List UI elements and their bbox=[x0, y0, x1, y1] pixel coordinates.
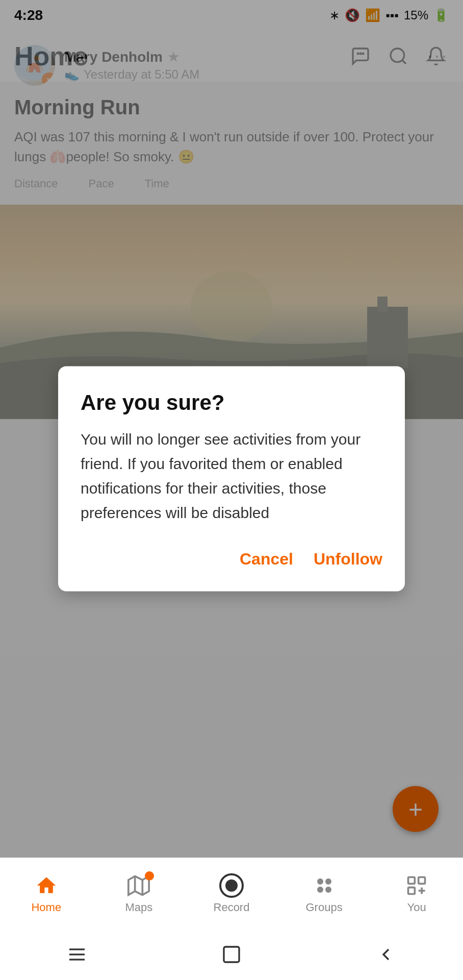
svg-point-16 bbox=[317, 878, 323, 885]
svg-point-15 bbox=[225, 879, 238, 892]
maps-badge bbox=[145, 871, 154, 880]
groups-icon bbox=[312, 873, 337, 898]
svg-rect-22 bbox=[419, 877, 425, 884]
svg-point-17 bbox=[325, 878, 331, 885]
svg-rect-20 bbox=[408, 877, 415, 884]
dialog-body: You will no longer see activities from y… bbox=[81, 427, 382, 525]
nav-label-record: Record bbox=[214, 901, 250, 914]
svg-rect-21 bbox=[408, 887, 415, 894]
nav-item-you[interactable]: You bbox=[370, 868, 463, 919]
system-navigation bbox=[0, 929, 463, 980]
back-button[interactable] bbox=[371, 939, 401, 970]
dialog-title: Are you sure? bbox=[81, 390, 382, 415]
nav-label-maps: Maps bbox=[125, 901, 152, 914]
unfollow-button[interactable]: Unfollow bbox=[314, 546, 382, 573]
recents-button[interactable] bbox=[62, 939, 92, 970]
svg-point-19 bbox=[325, 887, 331, 893]
nav-label-groups: Groups bbox=[306, 901, 343, 914]
nav-item-record[interactable]: Record bbox=[185, 868, 278, 919]
nav-label-home: Home bbox=[31, 901, 61, 914]
nav-item-groups[interactable]: Groups bbox=[278, 868, 371, 919]
dialog-actions: Cancel Unfollow bbox=[81, 546, 382, 573]
cancel-button[interactable]: Cancel bbox=[240, 546, 293, 573]
svg-rect-28 bbox=[224, 947, 239, 962]
record-icon bbox=[219, 873, 244, 898]
nav-label-you: You bbox=[407, 901, 426, 914]
home-button[interactable] bbox=[216, 939, 247, 970]
you-icon bbox=[404, 873, 429, 898]
nav-item-maps[interactable]: Maps bbox=[93, 868, 186, 919]
nav-item-home[interactable]: Home bbox=[0, 868, 93, 919]
home-icon bbox=[34, 873, 59, 898]
bottom-navigation: Home Maps Record bbox=[0, 857, 463, 929]
confirmation-dialog: Are you sure? You will no longer see act… bbox=[58, 366, 405, 591]
svg-point-18 bbox=[317, 887, 323, 893]
